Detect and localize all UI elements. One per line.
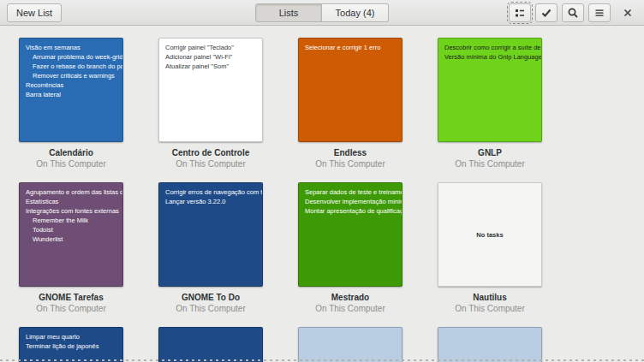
grid-row: Limpar meu quartoTerminar lição de japon…	[19, 327, 644, 362]
task-line: Atualizar painel "Som"	[165, 62, 262, 71]
check-icon	[540, 7, 552, 19]
list-title: GNOME Tarefas	[19, 292, 123, 303]
task-line: Selecionar e corrigir 1 erro	[305, 43, 402, 52]
list-item[interactable]: Corrigir erros de navegação com tecladoL…	[158, 182, 263, 314]
tab-lists[interactable]: Lists	[255, 3, 322, 22]
task-line: Integrações com fontes externas	[26, 206, 122, 216]
headerbar: New List Lists Today (4)	[0, 0, 644, 26]
dotted-separator	[0, 359, 644, 361]
list-card[interactable]	[438, 327, 542, 362]
task-line: Descobrir como corrigir a suíte de teste…	[444, 43, 541, 52]
grid-row: Agrupamento e ordem das listas de tarefa…	[19, 182, 644, 314]
list-subtitle: On This Computer	[158, 158, 263, 169]
list-item[interactable]	[298, 327, 402, 362]
task-line: Montar apresentação de qualificação	[305, 206, 402, 216]
window-close-button[interactable]	[618, 3, 637, 22]
task-line: Fazer o rebase do branch do pandusor	[26, 62, 122, 71]
list-card[interactable]: Corrigir erros de navegação com tecladoL…	[158, 182, 263, 287]
list-item[interactable]	[438, 327, 542, 362]
list-card[interactable]: Limpar meu quartoTerminar lição de japon…	[19, 327, 123, 362]
task-line: Agrupamento e ordem das listas de tarefa…	[26, 187, 122, 197]
tab-today[interactable]: Today (4)	[322, 3, 389, 22]
view-list-button[interactable]	[509, 3, 531, 22]
list-item[interactable]: Corrigir painel "Teclado"Adicionar paine…	[158, 38, 263, 169]
list-item[interactable]: Visão em semanasArrumar problema do week…	[19, 38, 123, 169]
list-item[interactable]: Selecionar e corrigir 1 erro Endless On …	[298, 38, 402, 169]
list-card[interactable]	[158, 327, 263, 362]
list-subtitle: On This Computer	[298, 158, 402, 169]
task-line: Wunderlist	[26, 234, 122, 244]
list-item[interactable]: Agrupamento e ordem das listas de tarefa…	[19, 182, 123, 314]
task-line: Adicionar painel "Wi-Fi"	[165, 52, 262, 62]
menu-button[interactable]	[588, 3, 611, 22]
task-line: Lançar versão 3.22.0	[165, 197, 262, 206]
list-card[interactable]: Descobrir como corrigir a suíte de teste…	[438, 38, 542, 142]
list-card[interactable]: No tasks	[438, 182, 542, 287]
task-line: Versão mínima do Gnlp Language Tool	[444, 52, 541, 62]
task-line: Separar dados de teste e treinamento	[305, 187, 402, 197]
grid-row: Visão em semanasArrumar problema do week…	[19, 38, 644, 169]
selection-mode-button[interactable]	[535, 3, 558, 22]
task-line: Limpar meu quarto	[26, 332, 122, 341]
list-card[interactable]: Agrupamento e ordem das listas de tarefa…	[19, 182, 123, 287]
task-line: Estatísticas	[26, 197, 122, 206]
view-switcher: Lists Today (4)	[255, 3, 389, 22]
task-line: Barra lateral	[26, 90, 122, 99]
list-item[interactable]: Separar dados de teste e treinamentoDese…	[298, 182, 402, 314]
task-line: Corrigir painel "Teclado"	[165, 43, 262, 52]
list-card[interactable]: Corrigir painel "Teclado"Adicionar paine…	[158, 38, 263, 142]
task-line: Terminar lição de japonês	[26, 341, 122, 351]
close-icon	[623, 8, 633, 18]
list-title: Centro de Controle	[158, 147, 263, 158]
task-line: Desenvolver implementação mínima	[305, 197, 402, 206]
list-card[interactable]: Separar dados de teste e treinamentoDese…	[298, 182, 402, 287]
menu-icon	[593, 7, 605, 19]
list-subtitle: On This Computer	[19, 303, 123, 314]
list-item[interactable]	[158, 327, 263, 362]
list-subtitle: On This Computer	[438, 303, 542, 314]
list-title: Nautilus	[438, 292, 542, 303]
search-button[interactable]	[562, 3, 584, 22]
empty-state-label: No tasks	[438, 183, 541, 286]
task-line: Remover criticals e warnings	[26, 71, 122, 80]
task-line: Arrumar problema do week-grid	[26, 52, 122, 62]
lists-grid: Visão em semanasArrumar problema do week…	[0, 26, 644, 362]
list-subtitle: On This Computer	[19, 158, 123, 169]
task-line: Remember the Milk	[26, 216, 122, 225]
list-card[interactable]: Selecionar e corrigir 1 erro	[298, 38, 402, 142]
header-actions	[509, 3, 637, 22]
list-title: GNLP	[438, 147, 542, 158]
view-list-icon	[514, 7, 526, 19]
list-title: Endless	[298, 147, 402, 158]
list-title: Mestrado	[298, 292, 402, 303]
list-card[interactable]	[298, 327, 402, 362]
list-title: GNOME To Do	[158, 292, 263, 303]
list-title: Calendário	[19, 147, 123, 158]
list-subtitle: On This Computer	[158, 303, 263, 314]
task-line: Recorrências	[26, 80, 122, 90]
list-item[interactable]: No tasks Nautilus On This Computer	[438, 182, 542, 314]
list-card[interactable]: Visão em semanasArrumar problema do week…	[19, 38, 123, 142]
task-line: Visão em semanas	[26, 43, 122, 52]
list-item[interactable]: Descobrir como corrigir a suíte de teste…	[438, 38, 542, 169]
task-line: Todoist	[26, 225, 122, 234]
new-list-button[interactable]: New List	[7, 3, 62, 22]
task-line: Corrigir erros de navegação com teclado	[165, 187, 262, 197]
list-item[interactable]: Limpar meu quartoTerminar lição de japon…	[19, 327, 123, 362]
search-icon	[567, 7, 579, 19]
list-subtitle: On This Computer	[298, 303, 402, 314]
list-subtitle: On This Computer	[438, 158, 542, 169]
